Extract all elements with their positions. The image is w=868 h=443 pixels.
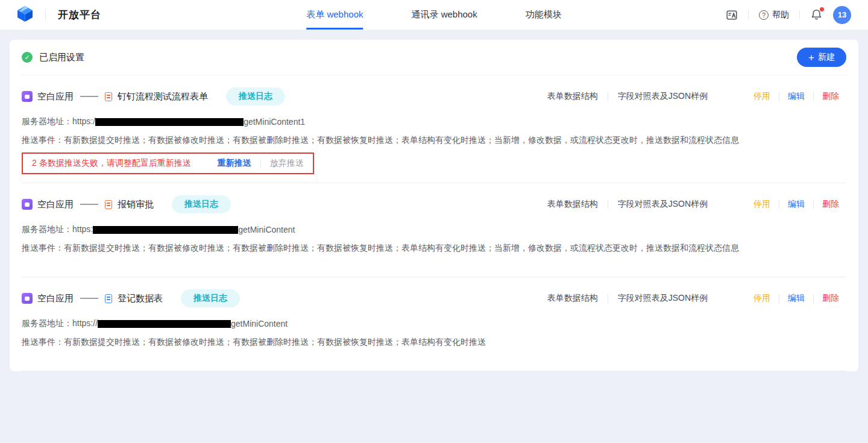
field-mapping-link[interactable]: 字段对照表及JSON样例 xyxy=(618,199,708,210)
delete-action[interactable]: 删除 xyxy=(822,199,839,210)
app-icon xyxy=(22,293,33,304)
card-header: ✓ 已启用设置 + 新建 xyxy=(22,40,846,75)
help-button[interactable]: ? 帮助 xyxy=(759,10,789,20)
entry-head: 空白应用 登记数据表 推送日志 表单数据结构 字段对照表及JSON样例 停用 编… xyxy=(22,289,846,307)
entry-actions: 停用 编辑 删除 xyxy=(753,293,839,304)
entry-links: 表单数据结构 字段对照表及JSON样例 xyxy=(547,199,708,210)
form-structure-link[interactable]: 表单数据结构 xyxy=(547,293,598,304)
server-address-prefix: 服务器地址：https: xyxy=(22,224,93,235)
question-icon: ? xyxy=(759,10,769,20)
entry-name: 报销审批 xyxy=(118,199,154,210)
webhook-entry: 空白应用 报销审批 推送日志 表单数据结构 字段对照表及JSON样例 停用 编辑… xyxy=(22,183,846,277)
alert-separator xyxy=(260,159,261,168)
tab-feature-modules[interactable]: 功能模块 xyxy=(526,0,562,30)
logo-cube-icon xyxy=(17,5,33,25)
success-check-icon: ✓ xyxy=(22,52,33,63)
entry-actions: 停用 编辑 删除 xyxy=(753,199,839,210)
action-separator xyxy=(779,92,779,101)
retry-push-link[interactable]: 重新推送 xyxy=(218,158,251,169)
action-separator xyxy=(813,200,814,209)
server-address-prefix: 服务器地址：https:// xyxy=(22,318,98,329)
nav-separator xyxy=(799,10,800,19)
disable-action[interactable]: 停用 xyxy=(753,91,770,102)
link-separator xyxy=(608,92,608,101)
plus-icon: + xyxy=(808,52,814,63)
top-nav: 开放平台 表单 webhook 通讯录 webhook 功能模块 ? 帮助 13 xyxy=(0,0,868,30)
app-icon xyxy=(22,199,33,210)
app-type-label: 空白应用 xyxy=(37,91,74,102)
disable-action[interactable]: 停用 xyxy=(753,293,770,304)
tab-contact-webhook[interactable]: 通讯录 webhook xyxy=(412,0,477,30)
link-separator xyxy=(608,294,608,303)
server-address-suffix: getMiniContent1 xyxy=(244,117,305,127)
form-doc-icon xyxy=(105,92,112,101)
notification-dot xyxy=(820,7,824,11)
help-label: 帮助 xyxy=(772,10,789,20)
card-title: 已启用设置 xyxy=(39,52,84,63)
push-log-badge[interactable]: 推送日志 xyxy=(172,195,231,213)
entry-divider xyxy=(22,371,846,371)
dash-divider xyxy=(80,298,98,299)
entry-head: 空白应用 报销审批 推送日志 表单数据结构 字段对照表及JSON样例 停用 编辑… xyxy=(22,195,846,213)
nav-separator xyxy=(748,10,749,19)
entry-actions: 停用 编辑 删除 xyxy=(753,91,839,102)
card-header-left: ✓ 已启用设置 xyxy=(22,52,84,63)
server-address-prefix: 服务器地址：https:/ xyxy=(22,116,95,127)
form-doc-icon xyxy=(105,200,112,209)
dash-divider xyxy=(80,96,98,97)
push-failure-message: 2 条数据推送失败，请调整配置后重新推送 xyxy=(32,158,191,169)
action-separator xyxy=(779,200,779,209)
webhook-entry: 空白应用 钉钉流程测试流程表单 推送日志 表单数据结构 字段对照表及JSON样例… xyxy=(22,75,846,183)
push-log-badge[interactable]: 推送日志 xyxy=(181,289,240,307)
app-icon xyxy=(22,91,33,102)
push-log-badge[interactable]: 推送日志 xyxy=(226,87,285,105)
abandon-push-link[interactable]: 放弃推送 xyxy=(270,158,304,169)
action-separator xyxy=(813,92,814,101)
push-events: 推送事件：有新数据提交时推送；有数据被修改时推送；有数据被删除时推送；有数据被恢… xyxy=(22,243,846,254)
page-title: 开放平台 xyxy=(58,8,101,22)
tab-form-webhook[interactable]: 表单 webhook xyxy=(306,0,363,30)
nav-divider xyxy=(45,9,46,21)
webhook-entry: 空白应用 登记数据表 推送日志 表单数据结构 字段对照表及JSON样例 停用 编… xyxy=(22,277,846,371)
push-events: 推送事件：有新数据提交时推送；有数据被修改时推送；有数据被删除时推送；有数据被恢… xyxy=(22,135,846,146)
new-button[interactable]: + 新建 xyxy=(797,48,846,67)
enabled-settings-card: ✓ 已启用设置 + 新建 空白应用 钉钉流程测试流程表单 推送日志 表单数据结构… xyxy=(10,40,858,371)
server-address-suffix: getMiniContent xyxy=(238,225,295,234)
delete-action[interactable]: 删除 xyxy=(822,293,839,304)
nav-right: ? 帮助 13 xyxy=(726,6,851,24)
redaction-bar xyxy=(98,320,231,328)
nav-tabs: 表单 webhook 通讯录 webhook 功能模块 xyxy=(306,0,561,30)
action-separator xyxy=(779,294,779,303)
action-separator xyxy=(813,294,814,303)
new-button-label: 新建 xyxy=(818,52,835,63)
disable-action[interactable]: 停用 xyxy=(753,199,770,210)
dash-divider xyxy=(80,204,98,205)
redaction-bar xyxy=(93,226,238,234)
form-structure-link[interactable]: 表单数据结构 xyxy=(547,91,598,102)
app-type-label: 空白应用 xyxy=(37,293,74,304)
form-structure-link[interactable]: 表单数据结构 xyxy=(547,199,598,210)
delete-action[interactable]: 删除 xyxy=(822,91,839,102)
entry-name: 钉钉流程测试流程表单 xyxy=(118,91,208,102)
link-separator xyxy=(608,200,608,209)
edit-action[interactable]: 编辑 xyxy=(788,199,805,210)
form-doc-icon xyxy=(105,294,112,303)
brand[interactable] xyxy=(17,5,33,25)
entry-name: 登记数据表 xyxy=(118,293,163,304)
app-type-label: 空白应用 xyxy=(37,199,74,210)
edit-action[interactable]: 编辑 xyxy=(788,293,805,304)
server-address: 服务器地址：https:getMiniContent xyxy=(22,224,846,235)
edit-action[interactable]: 编辑 xyxy=(788,91,805,102)
redaction-bar xyxy=(95,118,244,126)
server-address-suffix: getMiniContent xyxy=(231,319,288,328)
push-failure-alert: 2 条数据推送失败，请调整配置后重新推送 重新推送 放弃推送 xyxy=(22,152,314,174)
avatar[interactable]: 13 xyxy=(833,6,851,24)
entry-head: 空白应用 钉钉流程测试流程表单 推送日志 表单数据结构 字段对照表及JSON样例… xyxy=(22,87,846,105)
field-mapping-link[interactable]: 字段对照表及JSON样例 xyxy=(618,293,708,304)
server-address: 服务器地址：https://getMiniContent xyxy=(22,318,846,329)
push-events: 推送事件：有新数据提交时推送；有数据被修改时推送；有数据被删除时推送；有数据被恢… xyxy=(22,337,846,348)
entry-links: 表单数据结构 字段对照表及JSON样例 xyxy=(547,91,708,102)
translate-icon[interactable] xyxy=(726,9,738,21)
notification-bell-icon[interactable] xyxy=(810,8,823,21)
field-mapping-link[interactable]: 字段对照表及JSON样例 xyxy=(618,91,708,102)
